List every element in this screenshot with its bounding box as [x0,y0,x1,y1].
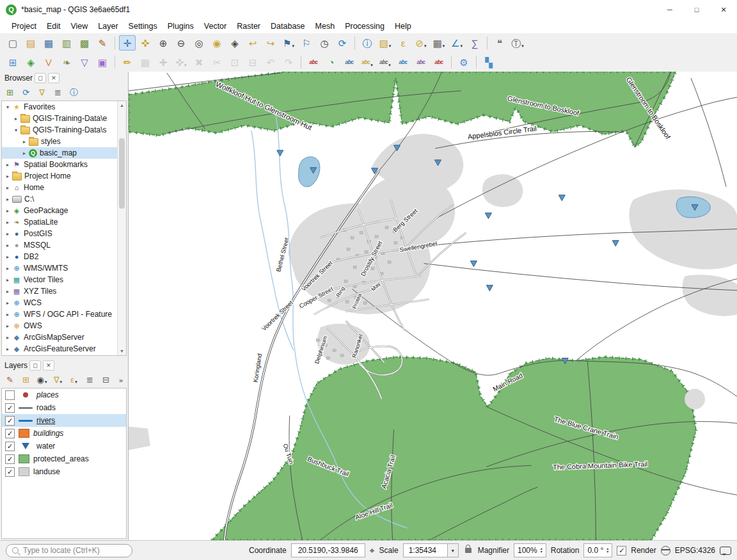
expander-icon[interactable]: ▸ [4,312,12,317]
map-canvas[interactable]: Wolfkloof Hut to Glenstroom HutGlenstroo… [128,72,737,540]
save-project-button[interactable]: ▦ [40,35,57,51]
render-checkbox[interactable]: ✓ [617,546,626,556]
layer-row-places[interactable]: places [2,388,126,401]
menu-settings[interactable]: Settings [123,20,162,32]
messages-icon[interactable] [720,547,731,555]
menu-help[interactable]: Help [390,20,416,32]
menu-database[interactable]: Database [265,20,310,32]
scroll-down-icon[interactable]: ▼ [118,347,126,355]
open-project-button[interactable]: ▤ [22,35,39,51]
lock-icon[interactable] [465,548,472,553]
menu-view[interactable]: View [65,20,93,32]
show-hide-labels-dropdown-icon[interactable]: ▾ [388,63,391,70]
locate-bar[interactable]: Type to locate (Ctrl+K) [6,544,132,557]
new-geopackage-layer-button[interactable]: ◈ [22,54,39,70]
menu-edit[interactable]: Edit [42,20,66,32]
identify-features-button[interactable]: ⓘ [359,35,376,51]
style-manager-button[interactable]: ✎ [94,35,111,51]
close-button[interactable]: ✕ [710,0,737,19]
expander-icon[interactable]: ▸ [4,220,12,225]
select-by-expression-button[interactable]: ε [395,35,411,51]
move-label-button[interactable]: abc [395,54,411,70]
layer-checkbox-protected-areas[interactable]: ✓ [5,454,15,464]
expander-icon[interactable]: ▸ [4,335,12,340]
deselect-features-dropdown-icon[interactable]: ▾ [424,44,427,51]
refresh-map-button[interactable]: ⟳ [334,35,351,51]
new-print-layout-button[interactable]: ▥ [58,35,75,51]
open-data-source-manager-button[interactable]: ⊞ [4,54,21,70]
browser-item-basic-map[interactable]: ▸Qbasic_map [2,147,118,159]
pan-map-button[interactable]: ✛ [119,35,136,51]
expander-icon[interactable]: ▾ [12,127,20,133]
expander-icon[interactable]: ▾ [4,104,12,110]
filter-browser-button[interactable]: ∇ [35,86,49,99]
select-features-dropdown-icon[interactable]: ▾ [389,44,392,51]
layer-row-rivers[interactable]: ✓rivers [2,414,126,427]
new-text-annotation-button[interactable]: Ⓣ▾ [509,35,526,51]
pin-unpin-labels-dropdown-icon[interactable]: ▾ [370,63,373,70]
show-spatial-bookmarks-button[interactable]: ⚐ [298,35,315,51]
browser-item-arcgisfeatureserver[interactable]: ▸◆ArcGisFeatureServer [2,343,118,355]
menu-raster[interactable]: Raster [232,20,265,32]
vertex-tool-dropdown-icon[interactable]: ▾ [184,63,187,70]
expander-icon[interactable]: ▸ [4,196,12,202]
enable-properties-widget-button[interactable]: ⓘ [67,86,81,99]
menu-processing[interactable]: Processing [340,20,390,32]
browser-item-arcgismapserver[interactable]: ▸◆ArcGisMapServer [2,332,118,343]
change-label-button[interactable]: abc [431,54,447,70]
browser-item-qgis-training-data-s[interactable]: ▾QGIS-Training-Data\s [2,124,118,136]
temporal-controller-button[interactable]: ◷ [316,35,333,51]
extents-toggle-icon[interactable]: ⌖ [370,545,375,556]
new-memory-layer-button[interactable]: ▣ [94,54,111,70]
browser-item-mssql[interactable]: ▸●MSSQL [2,239,118,251]
zoom-last-button[interactable]: ↩ [244,35,261,51]
zoom-out-button[interactable]: ⊖ [173,35,189,51]
zoom-in-button[interactable]: ⊕ [155,35,171,51]
processing-toolbox-button[interactable]: ⚙ [456,54,472,70]
expander-icon[interactable]: ▸ [20,139,28,145]
new-spatial-bookmark-button[interactable]: ⚑▾ [280,35,297,51]
expander-icon[interactable]: ▸ [4,173,12,179]
filter-legend-button[interactable]: ∇▾ [51,373,65,387]
expander-icon[interactable]: ▸ [4,277,12,283]
manage-map-themes-button[interactable]: ◉▾ [35,373,49,387]
browser-item-favorites[interactable]: ▾★Favorites [2,101,118,113]
filter-by-expression-dropdown-icon[interactable]: ▾ [75,380,77,387]
show-hide-labels-button[interactable]: abc▾ [377,54,393,70]
scroll-thumb[interactable] [119,138,125,209]
pin-unpin-labels-button[interactable]: abc▾ [359,54,376,70]
toggle-editing-button[interactable]: ✏ [119,54,136,70]
select-features-button[interactable]: ▧▾ [377,35,393,51]
browser-undock-button[interactable]: ◻ [35,73,46,83]
remove-layer-button[interactable]: ⊟ [99,373,113,387]
coordinate-input[interactable]: 20.5190,-33.9846 [291,543,365,557]
layer-row-landuse[interactable]: ✓landuse [2,465,126,478]
add-group-button[interactable]: ⊞ [19,373,33,387]
filter-by-expression-button[interactable]: ε▾ [67,373,81,387]
expander-icon[interactable]: ▸ [4,162,12,168]
menu-mesh[interactable]: Mesh [310,20,340,32]
rotation-spin-arrows[interactable]: ▴▾ [606,547,608,554]
browser-close-button[interactable]: ✕ [48,73,59,83]
menu-plugins[interactable]: Plugins [162,20,199,32]
manage-map-themes-dropdown-icon[interactable]: ▾ [45,380,47,387]
browser-item-wfs-ogc-api-feature[interactable]: ▸⊕WFS / OGC API - Feature [2,308,118,320]
layer-labeling-button[interactable]: abc [305,54,322,70]
measure-button[interactable]: ∠▾ [448,35,465,51]
browser-item-postgis[interactable]: ▸●PostGIS [2,228,118,239]
zoom-to-selection-button[interactable]: ◉ [209,35,225,51]
pan-to-selection-button[interactable]: ✜ [137,35,154,51]
collapse-all-button[interactable]: ≣ [51,86,65,99]
menu-layer[interactable]: Layer [93,20,123,32]
layer-row-roads[interactable]: ✓roads [2,401,126,414]
refresh-browser-button[interactable]: ⟳ [19,86,33,99]
zoom-to-layer-button[interactable]: ◈ [226,35,243,51]
magnifier-spin-arrows[interactable]: ▴▾ [541,547,543,554]
browser-item-spatialite[interactable]: ▸❧SpatiaLite [2,216,118,228]
layer-row-water[interactable]: ✓water [2,440,126,452]
expander-icon[interactable]: ▸ [4,243,12,248]
browser-item-spatial-bookmarks[interactable]: ▸⚑Spatial Bookmarks [2,159,118,170]
scroll-up-icon[interactable]: ▲ [118,101,126,109]
show-layout-manager-button[interactable]: ▩ [76,35,93,51]
browser-item-wms-wmts[interactable]: ▸⊕WMS/WMTS [2,262,118,274]
